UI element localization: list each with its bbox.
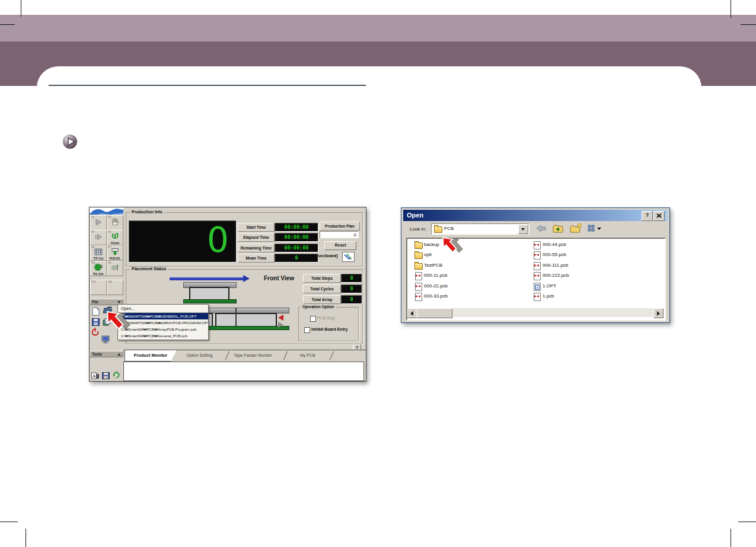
item-name: 000-44.pcb — [543, 241, 566, 249]
list-item-file[interactable]: 000-55.pcb — [533, 251, 646, 260]
page-rounded-corner — [37, 66, 701, 120]
back-button[interactable] — [535, 223, 547, 233]
fkey-label: F4 — [91, 231, 94, 233]
scroll-left-button[interactable] — [407, 308, 417, 318]
update-tool-icon[interactable] — [113, 370, 120, 378]
item-name: 000-22.pcb — [424, 282, 448, 290]
new-folder-icon — [569, 223, 583, 233]
new-folder-button[interactable] — [569, 223, 581, 233]
crop-mark — [0, 522, 18, 522]
item-name: 000-55.pcb — [543, 251, 566, 259]
tools-section-header[interactable]: Tools — [90, 351, 123, 357]
pcb-file-icon — [534, 272, 541, 280]
item-name: opti — [424, 251, 432, 259]
back-arrow-icon — [535, 223, 547, 233]
manual-page: F2 F3 F4 F5 Finish F6 T/F Cnt — [0, 0, 756, 547]
tf-count-button[interactable]: F6 T/F Cnt — [90, 245, 107, 261]
nozzle-icon — [111, 264, 119, 271]
scrollbar-thumb[interactable] — [417, 308, 452, 318]
folder-icon — [414, 263, 423, 270]
unit-toggle-button[interactable] — [342, 252, 355, 262]
opt-file-icon — [534, 283, 541, 291]
title-underline — [49, 85, 366, 86]
board-in-indicator-icon — [278, 315, 283, 321]
stop-button[interactable]: F3 — [107, 215, 123, 231]
scroll-right-button[interactable] — [653, 308, 664, 318]
f11-button[interactable]: F11 — [107, 280, 123, 295]
list-item-file[interactable]: 000-222.pcb — [533, 271, 646, 281]
smt-monitor-window: F2 F3 F4 F5 Finish F6 T/F Cnt — [89, 207, 366, 382]
total-steps-value: 0 — [341, 274, 362, 283]
text-tool-icon[interactable]: A — [91, 371, 99, 378]
tab-my-pcb[interactable]: My PCB — [300, 350, 315, 361]
pcb-file-icon — [534, 241, 541, 249]
production-counter-display: 0 — [129, 220, 237, 263]
inhibit-board-entry-checkbox[interactable] — [304, 327, 310, 333]
start-time-label: Start Time — [238, 223, 275, 232]
disk-tool-icon[interactable] — [102, 371, 110, 378]
list-item-file[interactable]: 000-111.pcb — [533, 261, 646, 271]
item-name: 000-222.pcb — [543, 271, 569, 280]
crop-mark — [0, 24, 15, 25]
play-icon — [95, 219, 102, 226]
finish-button[interactable]: F5 Finish — [107, 230, 123, 245]
combobox-dropdown-button[interactable] — [518, 225, 528, 234]
crop-mark — [25, 529, 26, 547]
button-label: Finish — [107, 242, 123, 245]
list-item-file[interactable]: 000-11.pcb — [414, 271, 527, 281]
total-array-value: 0 — [341, 295, 362, 304]
production-info-title: Production Info — [130, 210, 164, 215]
crop-mark — [741, 24, 756, 25]
step-button[interactable]: F4 — [90, 230, 107, 245]
start-button[interactable]: F2 — [90, 215, 107, 231]
machine-green-rail — [183, 299, 237, 303]
list-item-file[interactable]: 1.pcb — [533, 292, 646, 302]
fkey-label: F10 — [91, 280, 96, 283]
fkey-label: F11 — [108, 280, 112, 283]
tab-product-monitor[interactable]: Product Monitor — [125, 350, 177, 362]
crop-mark — [731, 0, 731, 18]
transfer-direction-arrowhead — [243, 275, 250, 282]
list-item-file[interactable]: 000-44.pcb — [533, 241, 646, 250]
production-plan-label: Production Plan — [320, 222, 360, 231]
close-button[interactable] — [653, 211, 665, 221]
view-menu-button[interactable] — [587, 223, 604, 233]
elapsed-time-value: 00:00:00 — [275, 233, 318, 242]
button-label: Pd. Info — [91, 273, 106, 276]
crop-mark — [21, 0, 21, 17]
pcb-download-button[interactable]: F7 PCB D/L — [107, 245, 123, 261]
button-label: PCB D/L — [107, 257, 123, 260]
product-info-button[interactable]: F8 Pd. Info — [90, 261, 107, 276]
close-icon — [656, 213, 662, 218]
header-band-light — [0, 15, 756, 41]
up-one-level-button[interactable] — [552, 223, 564, 233]
pcb-file-icon — [534, 251, 541, 260]
dialog-title: Open — [407, 210, 423, 220]
list-item-file[interactable]: 000-22.pcb — [414, 282, 527, 292]
total-steps-label: Total Steps — [303, 274, 341, 283]
pcb-download-icon — [111, 248, 119, 255]
reset-button[interactable]: Reset — [324, 241, 356, 250]
context-help-button[interactable]: ? — [642, 211, 653, 221]
dialog-titlebar[interactable]: Open ? — [403, 210, 668, 221]
pcb-stop-checkbox[interactable] — [310, 316, 316, 322]
item-name: 000-11.pcb — [424, 271, 447, 280]
tab-tape-feeder-monitor[interactable]: Tape Feeder Monitor — [234, 350, 272, 361]
list-item-file[interactable]: 1.OPT — [533, 282, 646, 292]
f10-button[interactable]: F10 — [90, 280, 107, 295]
inhibit-board-entry-label: Inhibit Board Entry — [311, 327, 347, 331]
fkey-label: F6 — [91, 246, 94, 249]
tab-option-setting[interactable]: Option Setting — [186, 350, 212, 361]
item-name: 000-111.pcb — [543, 261, 568, 270]
production-counter-value: 0 — [207, 221, 229, 261]
operation-option-group — [298, 307, 359, 341]
remaining-time-label: Remaining Time — [238, 244, 275, 252]
list-item-file[interactable]: 000-33.pcb — [414, 292, 527, 302]
brand-logo — [90, 207, 123, 215]
hand-icon — [111, 218, 119, 226]
look-in-label: Look in: — [410, 226, 426, 232]
production-plan-input[interactable]: 0 — [320, 231, 359, 238]
pcb-file-icon — [415, 272, 422, 280]
nozzle-button[interactable]: F9 — [107, 261, 123, 276]
folder-icon — [414, 252, 423, 259]
